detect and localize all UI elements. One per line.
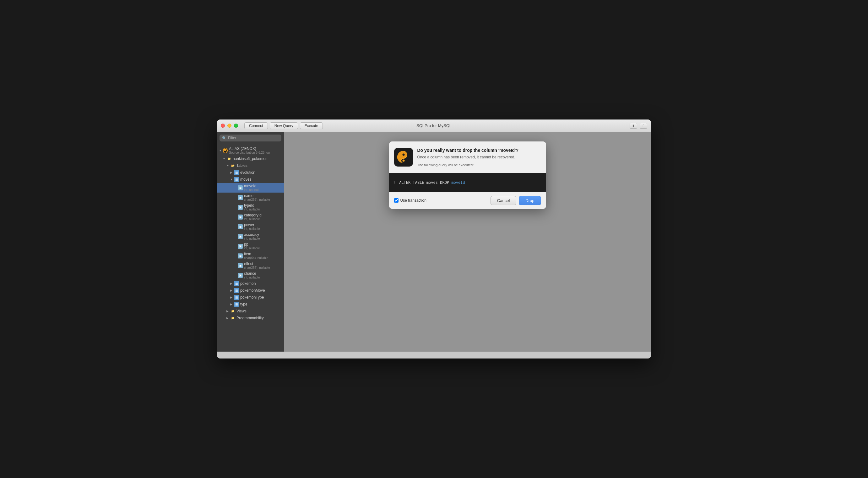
sidebar-item-pokemon[interactable]: ▶ ▦ pokemon xyxy=(217,280,284,287)
connect-button[interactable]: Connect xyxy=(244,122,268,129)
moves-label: moves xyxy=(240,177,284,181)
title-bar: Connect New Query Execute SQLPro for MyS… xyxy=(217,120,651,132)
use-transaction-checkbox[interactable] xyxy=(394,198,399,203)
code-alter-table: ALTER TABLE xyxy=(399,180,424,185)
modal-header: Do you really want to drop the column 'm… xyxy=(389,141,546,173)
sidebar-item-hankinsoft_pokemon[interactable]: ▼ 📁 hankinsoft_pokemon xyxy=(217,155,284,162)
programmability-folder-icon: 📁 xyxy=(230,315,235,320)
table-icon-pokemonType: ▦ xyxy=(234,295,239,300)
expand-arrow-connection: ▼ xyxy=(219,149,223,152)
database-icon: 📁 xyxy=(226,156,231,161)
column-icon-pp: ▣ xyxy=(238,244,243,249)
traffic-lights xyxy=(221,124,238,128)
table-icon-pokemon: ▦ xyxy=(234,281,239,286)
query-code: ALTER TABLE moves DROP moveId xyxy=(399,180,465,185)
expand-arrow-db: ▼ xyxy=(223,157,226,160)
modal-footer: Use transaction Cancel Drop xyxy=(389,192,546,209)
svg-point-5 xyxy=(402,160,404,162)
sidebar-item-pokemonType[interactable]: ▶ ▦ pokemonType xyxy=(217,294,284,301)
drop-column-modal: Do you really want to drop the column 'm… xyxy=(389,141,546,209)
modal-text: Do you really want to drop the column 'm… xyxy=(417,148,540,168)
views-label: Views xyxy=(237,309,284,313)
type-label: type xyxy=(240,302,284,306)
name-label: name char(255), nullable xyxy=(244,194,270,201)
close-button[interactable] xyxy=(221,124,225,128)
line-number: 1 xyxy=(394,180,396,184)
modal-subtitle: Once a column has been removed, it canno… xyxy=(417,155,540,160)
search-icon: 🔍 xyxy=(222,136,226,140)
layout-right-button[interactable]: ▯ xyxy=(640,123,647,129)
expand-arrow-views: ▶ xyxy=(226,310,230,313)
sidebar-item-typeId[interactable]: ▶ ▣ typeId int, nullable xyxy=(217,202,284,212)
sidebar-item-programmability[interactable]: ▶ 📁 Programmability xyxy=(217,315,284,321)
expand-arrow-tables: ▼ xyxy=(226,164,230,167)
expand-arrow-evolution: ▶ xyxy=(230,171,234,174)
column-icon-power: ▣ xyxy=(238,224,243,229)
execute-button[interactable]: Execute xyxy=(300,122,323,129)
code-table-name: moves xyxy=(424,180,440,185)
sidebar-item-pokemonMove[interactable]: ▶ ▦ pokemonMove xyxy=(217,287,284,294)
modal-overlay: Do you really want to drop the column 'm… xyxy=(284,132,651,352)
status-bar xyxy=(217,352,651,358)
window-title: SQLPro for MySQL xyxy=(416,123,452,128)
toolbar: Connect New Query Execute xyxy=(244,122,323,129)
column-icon-accuracy: ▣ xyxy=(238,234,243,239)
column-icon-effect: ▣ xyxy=(238,263,243,268)
pokemon-label: pokemon xyxy=(240,281,284,286)
sidebar-item-moveId[interactable]: ▶ ▣ moveId int, not null xyxy=(217,183,284,193)
maximize-button[interactable] xyxy=(234,124,238,128)
db-label: hankinsoft_pokemon xyxy=(233,157,284,161)
sidebar-item-categoryId[interactable]: ▶ ▣ categoryId int, nullable xyxy=(217,212,284,222)
search-input[interactable] xyxy=(228,136,279,140)
sidebar-item-type[interactable]: ▶ ▦ type xyxy=(217,301,284,308)
window-controls: ▮ ▯ xyxy=(630,123,647,129)
table-icon-type: ▦ xyxy=(234,302,239,307)
sidebar-item-tables[interactable]: ▼ 📂 Tables xyxy=(217,162,284,169)
sidebar-item-pp[interactable]: ▶ ▣ pp int, nullable xyxy=(217,241,284,251)
tree-container: ▼ ALIAS (ZENOX) Source distribution 5.6.… xyxy=(217,144,284,352)
table-icon-moves: ▦ xyxy=(234,177,239,182)
sidebar-item-moves[interactable]: ▼ ▦ moves xyxy=(217,176,284,183)
modal-buttons: Cancel Drop xyxy=(491,196,541,205)
tables-label: Tables xyxy=(237,163,284,168)
power-label: power int, nullable xyxy=(244,223,260,231)
sidebar-item-views[interactable]: ▶ 📁 Views xyxy=(217,308,284,315)
column-icon-typeId: ▣ xyxy=(238,205,243,210)
expand-arrow-pokemon: ▶ xyxy=(230,282,234,285)
sidebar-item-name[interactable]: ▶ ▣ name char(255), nullable xyxy=(217,193,284,202)
drop-button[interactable]: Drop xyxy=(519,196,541,205)
expand-arrow-programmability: ▶ xyxy=(226,316,230,319)
column-icon-moveId: ▣ xyxy=(238,185,243,191)
code-column-name: moveId xyxy=(449,180,465,185)
sidebar-item-chance[interactable]: ▶ ▣ chance int, nullable xyxy=(217,270,284,280)
pokemonType-label: pokemonType xyxy=(240,295,284,300)
sqlpro-icon-img xyxy=(394,148,413,167)
sidebar-item-connection[interactable]: ▼ ALIAS (ZENOX) Source distribution 5.6.… xyxy=(217,145,284,155)
moveId-label: moveId int, not null xyxy=(244,184,259,192)
expand-arrow-type: ▶ xyxy=(230,303,234,306)
sidebar-item-evolution[interactable]: ▶ ▦ evolution xyxy=(217,169,284,176)
search-input-wrap[interactable]: 🔍 xyxy=(219,135,281,141)
sidebar-item-item[interactable]: ▶ ▣ item char(64), nullable xyxy=(217,251,284,261)
search-bar: 🔍 xyxy=(217,132,284,144)
programmability-label: Programmability xyxy=(237,316,284,320)
new-query-button[interactable]: New Query xyxy=(270,122,298,129)
sidebar-item-power[interactable]: ▶ ▣ power int, nullable xyxy=(217,222,284,232)
code-drop: DROP xyxy=(440,180,449,185)
app-window: Connect New Query Execute SQLPro for MyS… xyxy=(217,120,651,358)
expand-arrow-pokemonType: ▶ xyxy=(230,296,234,299)
chance-label: chance int, nullable xyxy=(244,271,260,279)
sidebar-item-effect[interactable]: ▶ ▣ effect char(255), nullable xyxy=(217,261,284,270)
effect-label: effect char(255), nullable xyxy=(244,262,270,269)
modal-title: Do you really want to drop the column 'm… xyxy=(417,148,540,153)
modal-code-inner: 1 ALTER TABLE moves DROP moveId xyxy=(389,173,546,192)
modal-query-label: The following query will be executed: xyxy=(417,163,540,167)
cancel-button[interactable]: Cancel xyxy=(491,196,516,205)
column-icon-name: ▣ xyxy=(238,195,243,200)
svg-point-2 xyxy=(224,149,226,151)
use-transaction-label[interactable]: Use transaction xyxy=(400,198,427,203)
layout-left-button[interactable]: ▮ xyxy=(630,123,637,129)
sidebar-item-accuracy[interactable]: ▶ ▣ accuracy int, nullable xyxy=(217,232,284,241)
minimize-button[interactable] xyxy=(227,124,231,128)
views-folder-icon: 📁 xyxy=(230,309,235,314)
